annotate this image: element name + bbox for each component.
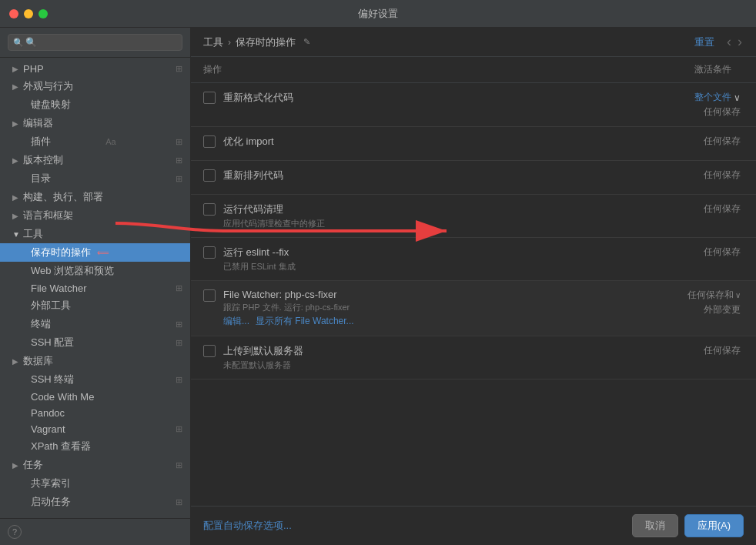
- sidebar-item-code-with-me[interactable]: Code With Me: [0, 389, 190, 405]
- sidebar-item-tasks[interactable]: ▶ 任务 ⊞: [0, 456, 190, 474]
- trigger-text: 任何保存和: [687, 289, 734, 302]
- ok-button[interactable]: 应用(A): [684, 514, 744, 537]
- sidebar-item-file-watcher[interactable]: File Watcher ⊞: [0, 280, 190, 296]
- sidebar-item-pandoc[interactable]: Pandoc: [0, 405, 190, 421]
- sidebar-item-save-actions[interactable]: 保存时的操作 ⟸: [0, 243, 190, 262]
- back-arrow-button[interactable]: ‹: [725, 34, 733, 50]
- minimize-button[interactable]: [24, 9, 33, 18]
- row-content: 上传到默认服务器 未配置默认服务器: [216, 344, 574, 371]
- expand-arrow-icon: ▶: [12, 119, 20, 128]
- sidebar-item-php[interactable]: ▶ PHP ⊞: [0, 61, 190, 77]
- sidebar-item-label: Web 浏览器和预览: [31, 264, 114, 278]
- sidebar-item-label: 外观与行为: [23, 79, 73, 93]
- row-checkbox-rearrange[interactable]: [203, 169, 216, 182]
- breadcrumb-bar: 工具 › 保存时的操作 ✎ 重置 ‹ ›: [191, 28, 756, 57]
- row-subtitle: 未配置默认服务器: [223, 359, 574, 371]
- sidebar-item-appearance[interactable]: ▶ 外观与行为: [0, 77, 190, 95]
- row-trigger: 任何保存和 ∨ 外部变更: [574, 289, 744, 316]
- row-checkbox-cleanup[interactable]: [203, 203, 216, 216]
- sync-icon: ⊞: [176, 137, 182, 147]
- row-checkbox-file-watcher[interactable]: [203, 289, 216, 302]
- row-content: 重新排列代码: [216, 169, 574, 182]
- sidebar-item-terminal[interactable]: 终端 ⊞: [0, 315, 190, 333]
- sidebar-item-label: Code With Me: [31, 391, 94, 403]
- forward-arrow-button[interactable]: ›: [736, 34, 744, 50]
- row-trigger: 任何保存: [574, 202, 744, 216]
- reset-button[interactable]: 重置: [694, 35, 714, 49]
- row-trigger: 整个文件 ∨ 任何保存: [574, 91, 744, 119]
- sidebar-item-directory[interactable]: 目录 ⊞: [0, 169, 190, 188]
- search-icon: 🔍: [13, 38, 24, 48]
- sidebar-item-lang[interactable]: ▶ 语言和框架: [0, 206, 190, 225]
- sidebar-item-xpath[interactable]: XPath 查看器: [0, 437, 190, 456]
- search-input[interactable]: [8, 34, 182, 51]
- nav-arrows: ‹ ›: [725, 34, 744, 50]
- sidebar-item-vcs[interactable]: ▶ 版本控制 ⊞: [0, 151, 190, 169]
- sync-icon: ⊞: [176, 497, 182, 507]
- row-trigger: 任何保存: [574, 135, 744, 148]
- table-row: 优化 import 任何保存: [191, 127, 756, 161]
- help-button[interactable]: ?: [8, 525, 22, 539]
- trigger-dropdown[interactable]: 整个文件 ∨: [694, 91, 741, 104]
- table-area: 操作 激活条件 重新格式化代码 整个文件 ∨ 任何保存: [191, 57, 756, 506]
- sidebar-item-label: File Watcher: [31, 283, 86, 294]
- row-links: 编辑... 显示所有 File Watcher...: [223, 315, 574, 328]
- expand-arrow-icon: ▶: [12, 65, 20, 73]
- configure-link[interactable]: 配置自动保存选项...: [203, 519, 292, 533]
- sidebar-item-label: 语言和框架: [23, 209, 73, 222]
- sidebar-item-ssh-config[interactable]: SSH 配置 ⊞: [0, 333, 190, 352]
- row-checkbox-eslint[interactable]: [203, 246, 216, 259]
- row-title: File Watcher: php-cs-fixer: [223, 289, 574, 300]
- show-all-link[interactable]: 显示所有 File Watcher...: [256, 315, 354, 328]
- row-title: 上传到默认服务器: [223, 344, 574, 358]
- cancel-button[interactable]: 取消: [632, 514, 678, 537]
- row-checkbox-optimize[interactable]: [203, 135, 216, 148]
- breadcrumb-separator: ›: [228, 37, 231, 48]
- sidebar-item-ssh-terminal[interactable]: SSH 终端 ⊞: [0, 370, 190, 389]
- sync-icon: ⊞: [176, 460, 182, 470]
- sync-icon: ⊞: [176, 424, 182, 434]
- sidebar-item-label: Pandoc: [31, 407, 65, 419]
- edit-link[interactable]: 编辑...: [223, 315, 249, 328]
- sidebar-item-editor[interactable]: ▶ 编辑器: [0, 114, 190, 132]
- trigger-text: 任何保存: [704, 202, 741, 216]
- sidebar-item-tools[interactable]: ▼ 工具: [0, 225, 190, 243]
- sidebar-item-label: 任务: [23, 458, 43, 472]
- trigger-text: 任何保存: [704, 105, 741, 119]
- sidebar-item-label: 终端: [31, 317, 51, 331]
- row-checkbox-reformat[interactable]: [203, 92, 216, 104]
- sync-icon: ⊞: [176, 283, 182, 293]
- window-title: 偏好设置: [358, 7, 398, 21]
- close-button[interactable]: [9, 9, 18, 18]
- sync-icon: ⊞: [176, 319, 182, 329]
- sidebar-item-web-browser[interactable]: Web 浏览器和预览: [0, 262, 190, 280]
- sidebar-item-label: 版本控制: [23, 153, 63, 167]
- row-checkbox-upload[interactable]: [203, 345, 216, 357]
- expand-arrow-icon: ▶: [12, 156, 20, 165]
- sidebar-item-database[interactable]: ▶ 数据库: [0, 352, 190, 370]
- sidebar-item-vagrant[interactable]: Vagrant ⊞: [0, 421, 190, 437]
- col-trigger-header: 激活条件: [574, 63, 744, 76]
- translate-icon: Aa: [105, 137, 115, 146]
- trigger-text: 任何保存: [704, 246, 741, 259]
- expand-arrow-icon: ▶: [12, 82, 20, 91]
- table-row: 重新格式化代码 整个文件 ∨ 任何保存: [191, 83, 756, 127]
- sidebar-item-keymap[interactable]: 键盘映射: [0, 95, 190, 114]
- expand-arrow-icon: ▶: [12, 461, 20, 470]
- sync-icon: ⊞: [176, 174, 182, 184]
- expand-arrow-icon: ▶: [12, 357, 20, 366]
- sidebar-item-shared-index[interactable]: 共享索引: [0, 474, 190, 493]
- sidebar-item-build[interactable]: ▶ 构建、执行、部署: [0, 188, 190, 206]
- sidebar: 🔍 ▶ PHP ⊞ ▶ 外观与行为: [0, 28, 191, 545]
- expand-arrow-icon: ▶: [12, 212, 20, 220]
- maximize-button[interactable]: [38, 9, 48, 18]
- trigger-text2: 外部变更: [704, 303, 741, 316]
- sidebar-item-label: 工具: [23, 227, 43, 241]
- sync-icon: ⊞: [176, 338, 182, 348]
- sidebar-item-external-tools[interactable]: 外部工具: [0, 296, 190, 315]
- sync-icon: ⊞: [176, 375, 182, 385]
- sidebar-item-startup-tasks[interactable]: 启动任务 ⊞: [0, 493, 190, 511]
- row-trigger: 任何保存: [574, 246, 744, 259]
- sidebar-item-plugins[interactable]: 插件 Aa ⊞: [0, 132, 190, 151]
- sidebar-item-label: 编辑器: [23, 116, 53, 130]
